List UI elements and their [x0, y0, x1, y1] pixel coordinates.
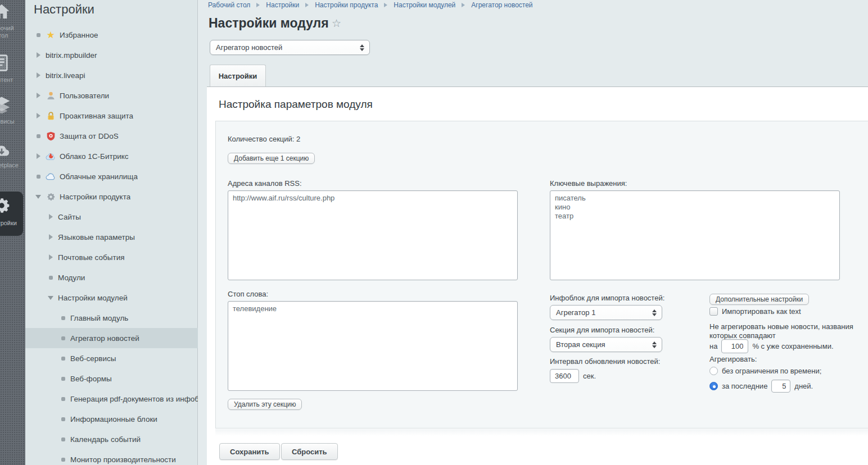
sidebar-item-14[interactable]: Главный модуль	[25, 308, 198, 328]
sidebar-item-20[interactable]: Календарь событий	[25, 429, 198, 449]
gear-icon	[46, 192, 56, 202]
save-button[interactable]: Сохранить	[219, 443, 280, 460]
last-days-input[interactable]	[771, 380, 790, 393]
sidebar-item-label: Веб-сервисы	[70, 354, 116, 363]
chevron-right-icon[interactable]	[47, 234, 54, 240]
sidebar-item-4[interactable]: Проактивная защита	[25, 106, 198, 126]
sidebar-item-12[interactable]: Модули	[25, 267, 198, 288]
import-section-select[interactable]: Вторая секция	[550, 337, 662, 352]
breadcrumb-link-4[interactable]: Агрегатор новостей	[471, 1, 532, 9]
star-icon: ★	[46, 30, 56, 40]
rail-item-settings-active[interactable]: Настройки	[0, 192, 23, 236]
chevron-down-icon[interactable]	[47, 296, 54, 300]
sidebar-item-label: Языковые параметры	[58, 233, 135, 241]
stopwords-label: Стоп слова:	[228, 290, 268, 298]
chevron-right-icon[interactable]	[35, 93, 42, 98]
rss-textarea[interactable]: http://www.aif.ru/rss/culture.php	[228, 190, 518, 280]
add-section-button[interactable]: Добавить еще 1 секцию	[228, 153, 315, 164]
breadcrumb-link-3[interactable]: Настройки модулей	[394, 1, 455, 9]
sidebar-item-3[interactable]: Пользователи	[25, 85, 198, 106]
reset-button[interactable]: Сбросить	[281, 443, 338, 460]
sidebar-item-18[interactable]: Генерация pdf-документов из инфоб.	[25, 389, 198, 409]
sidebar-item-1[interactable]: bitrix.mpbuilder	[25, 45, 198, 65]
chevron-down-icon[interactable]	[35, 195, 42, 199]
radio-last-days[interactable]	[709, 382, 718, 390]
sidebar-item-6[interactable]: Облако 1С-Битрикс	[25, 146, 198, 166]
select-spinner-icon	[360, 44, 364, 51]
bullet-icon	[60, 316, 66, 320]
page-title: Настройки модуля	[209, 16, 329, 31]
rail-item-label: Сервисы	[0, 118, 25, 125]
tab-settings[interactable]: Настройки	[210, 65, 266, 86]
rail-item-рабочий-стол[interactable]: Рабочийстол	[0, 3, 25, 39]
additional-settings-button[interactable]: Дополнительные настройки	[709, 294, 809, 305]
sidebar-item-8[interactable]: Настройки продукта	[25, 186, 198, 207]
iblock-select-value: Агрегатор 1	[550, 308, 595, 317]
sidebar-item-17[interactable]: Веб-формы	[25, 368, 198, 389]
select-spinner-icon	[652, 309, 657, 316]
bullet-icon	[60, 417, 66, 421]
bullet-icon	[35, 33, 42, 37]
stopwords-textarea[interactable]: телевидение	[228, 301, 518, 391]
dedup-note: Не агрегировать новые новости, названия …	[709, 322, 866, 340]
dedup-percent-input[interactable]	[721, 339, 748, 353]
rail-item-label: Marketplace	[0, 162, 25, 169]
interval-input[interactable]	[550, 369, 579, 383]
import-as-text-label: Импортировать как text	[722, 307, 801, 316]
settings-gear-icon	[0, 196, 23, 217]
content-icon	[0, 54, 25, 74]
chevron-right-icon[interactable]	[35, 72, 42, 78]
bullet-icon	[60, 336, 66, 340]
import-as-text-checkbox[interactable]	[709, 307, 718, 316]
rail-item-label: Контент	[0, 76, 25, 84]
iblock-select[interactable]: Агрегатор 1	[550, 305, 662, 320]
chevron-right-icon[interactable]	[35, 153, 42, 159]
sidebar-item-21[interactable]: Монитор производительности	[25, 449, 198, 465]
chevron-right-icon[interactable]	[35, 52, 42, 58]
sidebar-item-label: bitrix.liveapi	[46, 71, 85, 80]
sidebar-item-19[interactable]: Информационные блоки	[25, 409, 198, 429]
sidebar-item-label: Монитор производительности	[70, 455, 176, 464]
sidebar-item-5[interactable]: Защита от DDoS	[25, 126, 198, 146]
sidebar-item-9[interactable]: Сайты	[25, 207, 198, 227]
module-select[interactable]: Агрегатор новостей	[210, 40, 370, 55]
breadcrumb-link-2[interactable]: Настройки продукта	[315, 1, 378, 9]
sidebar-item-10[interactable]: Языковые параметры	[25, 227, 198, 247]
dedup-prefix-label: на	[709, 342, 717, 350]
sidebar-item-11[interactable]: Почтовые события	[25, 247, 198, 267]
sidebar-item-label: Почтовые события	[58, 253, 125, 262]
radio-unlimited-label: без ограничения по времени;	[722, 367, 821, 375]
sidebar-item-15[interactable]: Агрегатор новостей	[25, 328, 198, 348]
chevron-right-icon[interactable]	[47, 254, 54, 260]
rss-label: Адреса каналов RSS:	[228, 179, 302, 188]
sidebar-item-label: Сайты	[58, 213, 81, 221]
import-section-select-value: Вторая секция	[550, 340, 605, 349]
rail-item-label: Настройки	[0, 220, 23, 227]
shield-icon	[46, 131, 56, 141]
breadcrumb-link-0[interactable]: Рабочий стол	[208, 1, 250, 9]
breadcrumb-link-1[interactable]: Настройки	[266, 1, 299, 9]
radio-unlimited[interactable]	[709, 367, 718, 375]
sidebar-item-16[interactable]: Веб-сервисы	[25, 348, 198, 368]
radio-last-prefix-label: за последние	[722, 382, 767, 390]
sidebar-item-label: Проактивная защита	[60, 112, 133, 120]
delete-section-button[interactable]: Удалить эту секцию	[228, 399, 302, 410]
sidebar-item-7[interactable]: Облачные хранилища	[25, 166, 198, 186]
rail-item-контент[interactable]: Контент	[0, 54, 25, 84]
interval-unit-label: сек.	[583, 372, 596, 380]
favorite-star-icon[interactable]: ☆	[332, 17, 341, 30]
sidebar-item-13[interactable]: Настройки модулей	[25, 288, 198, 308]
sidebar-item-0[interactable]: ★Избранное	[25, 25, 198, 45]
sidebar-item-label: Защита от DDoS	[60, 132, 119, 140]
sidebar-title: Настройки	[34, 2, 94, 17]
sidebar-item-2[interactable]: bitrix.liveapi	[25, 65, 198, 85]
sidebar: Настройки ★Избранноеbitrix.mpbuilderbitr…	[25, 0, 198, 465]
rail-item-сервисы[interactable]: Сервисы	[0, 97, 25, 125]
keywords-label: Ключевые выражения:	[550, 179, 627, 188]
bullet-icon	[60, 397, 66, 401]
keywords-textarea[interactable]: писатель кино театр	[550, 190, 840, 280]
chevron-right-icon[interactable]	[35, 113, 42, 118]
rail-item-marketplace[interactable]: Marketplace	[0, 143, 25, 169]
chevron-right-icon[interactable]	[47, 214, 54, 220]
import-section-label: Секция для импорта новостей:	[550, 326, 654, 334]
